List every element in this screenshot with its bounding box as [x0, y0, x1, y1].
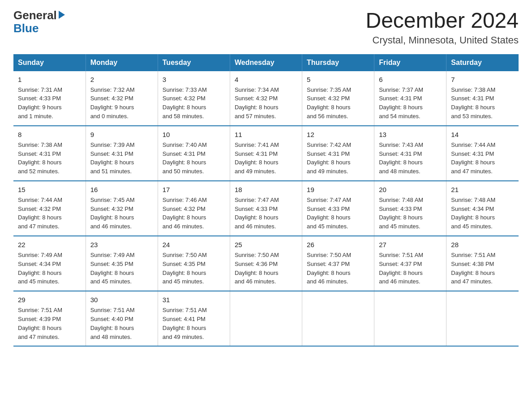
calendar-cell: 12Sunrise: 7:42 AMSunset: 4:31 PMDayligh… — [302, 126, 374, 181]
calendar-week-row: 15Sunrise: 7:44 AMSunset: 4:32 PMDayligh… — [13, 181, 519, 236]
logo-general-row: General — [13, 9, 65, 22]
calendar-cell: 10Sunrise: 7:40 AMSunset: 4:31 PMDayligh… — [158, 126, 230, 181]
day-number: 14 — [451, 130, 514, 140]
calendar-cell — [302, 291, 374, 346]
day-number: 9 — [90, 130, 153, 140]
calendar-cell: 25Sunrise: 7:50 AMSunset: 4:36 PMDayligh… — [230, 236, 302, 291]
day-info: Sunrise: 7:51 AMSunset: 4:39 PMDaylight:… — [18, 307, 62, 340]
calendar-cell: 31Sunrise: 7:51 AMSunset: 4:41 PMDayligh… — [158, 291, 230, 346]
day-number: 12 — [307, 130, 369, 140]
day-number: 26 — [307, 240, 369, 250]
col-header-tuesday: Tuesday — [158, 54, 230, 71]
logo-blue-text: Blue — [13, 22, 39, 35]
day-number: 21 — [451, 185, 514, 195]
calendar-cell — [374, 291, 446, 346]
title-block: December 2024 Crystal, Minnesota, United… — [365, 9, 519, 46]
col-header-sunday: Sunday — [13, 54, 86, 71]
day-number: 29 — [18, 295, 81, 305]
calendar-cell: 29Sunrise: 7:51 AMSunset: 4:39 PMDayligh… — [13, 291, 86, 346]
col-header-friday: Friday — [374, 54, 446, 71]
day-info: Sunrise: 7:38 AMSunset: 4:31 PMDaylight:… — [451, 86, 495, 120]
day-number: 15 — [18, 185, 81, 195]
calendar-cell: 6Sunrise: 7:37 AMSunset: 4:31 PMDaylight… — [374, 71, 446, 126]
calendar-cell: 2Sunrise: 7:32 AMSunset: 4:32 PMDaylight… — [86, 71, 158, 126]
day-info: Sunrise: 7:50 AMSunset: 4:36 PMDaylight:… — [235, 252, 279, 285]
calendar-week-row: 8Sunrise: 7:38 AMSunset: 4:31 PMDaylight… — [13, 126, 519, 181]
day-number: 10 — [163, 130, 225, 140]
calendar-cell: 20Sunrise: 7:48 AMSunset: 4:33 PMDayligh… — [374, 181, 446, 236]
day-number: 19 — [307, 185, 369, 195]
page-title: December 2024 — [365, 9, 519, 33]
day-number: 7 — [451, 75, 514, 85]
calendar-cell: 24Sunrise: 7:50 AMSunset: 4:35 PMDayligh… — [158, 236, 230, 291]
calendar-cell: 26Sunrise: 7:50 AMSunset: 4:37 PMDayligh… — [302, 236, 374, 291]
page-header: General Blue December 2024 Crystal, Minn… — [13, 9, 519, 46]
calendar-cell — [230, 291, 302, 346]
day-number: 4 — [235, 75, 297, 85]
calendar-cell: 7Sunrise: 7:38 AMSunset: 4:31 PMDaylight… — [446, 71, 519, 126]
calendar-table: SundayMondayTuesdayWednesdayThursdayFrid… — [13, 54, 519, 347]
calendar-cell: 19Sunrise: 7:47 AMSunset: 4:33 PMDayligh… — [302, 181, 374, 236]
logo-arrow-icon — [59, 11, 65, 19]
calendar-cell: 23Sunrise: 7:49 AMSunset: 4:35 PMDayligh… — [86, 236, 158, 291]
calendar-header-row: SundayMondayTuesdayWednesdayThursdayFrid… — [13, 54, 519, 71]
day-number: 2 — [90, 75, 153, 85]
col-header-monday: Monday — [86, 54, 158, 71]
day-number: 17 — [163, 185, 225, 195]
calendar-cell: 13Sunrise: 7:43 AMSunset: 4:31 PMDayligh… — [374, 126, 446, 181]
calendar-cell: 22Sunrise: 7:49 AMSunset: 4:34 PMDayligh… — [13, 236, 86, 291]
calendar-cell: 4Sunrise: 7:34 AMSunset: 4:32 PMDaylight… — [230, 71, 302, 126]
calendar-cell: 27Sunrise: 7:51 AMSunset: 4:37 PMDayligh… — [374, 236, 446, 291]
calendar-week-row: 29Sunrise: 7:51 AMSunset: 4:39 PMDayligh… — [13, 291, 519, 346]
calendar-cell: 30Sunrise: 7:51 AMSunset: 4:40 PMDayligh… — [86, 291, 158, 346]
day-info: Sunrise: 7:33 AMSunset: 4:32 PMDaylight:… — [163, 86, 207, 120]
calendar-week-row: 1Sunrise: 7:31 AMSunset: 4:33 PMDaylight… — [13, 71, 519, 126]
day-info: Sunrise: 7:40 AMSunset: 4:31 PMDaylight:… — [163, 141, 207, 175]
day-number: 6 — [379, 75, 442, 85]
day-info: Sunrise: 7:48 AMSunset: 4:34 PMDaylight:… — [451, 197, 495, 230]
day-info: Sunrise: 7:41 AMSunset: 4:31 PMDaylight:… — [235, 141, 279, 175]
day-info: Sunrise: 7:34 AMSunset: 4:32 PMDaylight:… — [235, 86, 279, 120]
calendar-cell: 9Sunrise: 7:39 AMSunset: 4:31 PMDaylight… — [86, 126, 158, 181]
day-info: Sunrise: 7:51 AMSunset: 4:38 PMDaylight:… — [451, 252, 495, 285]
logo-general-text: General — [13, 9, 57, 22]
day-info: Sunrise: 7:44 AMSunset: 4:32 PMDaylight:… — [18, 197, 62, 230]
day-number: 8 — [18, 130, 81, 140]
day-number: 23 — [90, 240, 153, 250]
day-info: Sunrise: 7:39 AMSunset: 4:31 PMDaylight:… — [90, 141, 135, 175]
day-info: Sunrise: 7:51 AMSunset: 4:40 PMDaylight:… — [90, 307, 135, 340]
day-info: Sunrise: 7:32 AMSunset: 4:32 PMDaylight:… — [90, 86, 135, 120]
day-number: 11 — [235, 130, 297, 140]
day-number: 28 — [451, 240, 514, 250]
col-header-thursday: Thursday — [302, 54, 374, 71]
calendar-cell: 14Sunrise: 7:44 AMSunset: 4:31 PMDayligh… — [446, 126, 519, 181]
day-info: Sunrise: 7:47 AMSunset: 4:33 PMDaylight:… — [235, 197, 279, 230]
calendar-cell: 17Sunrise: 7:46 AMSunset: 4:32 PMDayligh… — [158, 181, 230, 236]
day-number: 18 — [235, 185, 297, 195]
calendar-cell: 15Sunrise: 7:44 AMSunset: 4:32 PMDayligh… — [13, 181, 86, 236]
day-info: Sunrise: 7:45 AMSunset: 4:32 PMDaylight:… — [90, 197, 135, 230]
day-number: 5 — [307, 75, 369, 85]
col-header-saturday: Saturday — [446, 54, 519, 71]
logo: General Blue — [13, 9, 65, 34]
day-info: Sunrise: 7:47 AMSunset: 4:33 PMDaylight:… — [307, 197, 351, 230]
day-number: 31 — [163, 295, 225, 305]
day-number: 22 — [18, 240, 81, 250]
day-number: 24 — [163, 240, 225, 250]
page-subtitle: Crystal, Minnesota, United States — [365, 34, 519, 46]
day-info: Sunrise: 7:49 AMSunset: 4:34 PMDaylight:… — [18, 252, 62, 285]
day-info: Sunrise: 7:43 AMSunset: 4:31 PMDaylight:… — [379, 141, 423, 175]
calendar-cell: 21Sunrise: 7:48 AMSunset: 4:34 PMDayligh… — [446, 181, 519, 236]
day-number: 13 — [379, 130, 442, 140]
day-info: Sunrise: 7:50 AMSunset: 4:37 PMDaylight:… — [307, 252, 351, 285]
col-header-wednesday: Wednesday — [230, 54, 302, 71]
calendar-week-row: 22Sunrise: 7:49 AMSunset: 4:34 PMDayligh… — [13, 236, 519, 291]
day-number: 30 — [90, 295, 153, 305]
day-number: 20 — [379, 185, 442, 195]
day-info: Sunrise: 7:42 AMSunset: 4:31 PMDaylight:… — [307, 141, 351, 175]
day-info: Sunrise: 7:48 AMSunset: 4:33 PMDaylight:… — [379, 197, 423, 230]
calendar-cell — [446, 291, 519, 346]
calendar-cell: 5Sunrise: 7:35 AMSunset: 4:32 PMDaylight… — [302, 71, 374, 126]
day-number: 27 — [379, 240, 442, 250]
calendar-cell: 16Sunrise: 7:45 AMSunset: 4:32 PMDayligh… — [86, 181, 158, 236]
